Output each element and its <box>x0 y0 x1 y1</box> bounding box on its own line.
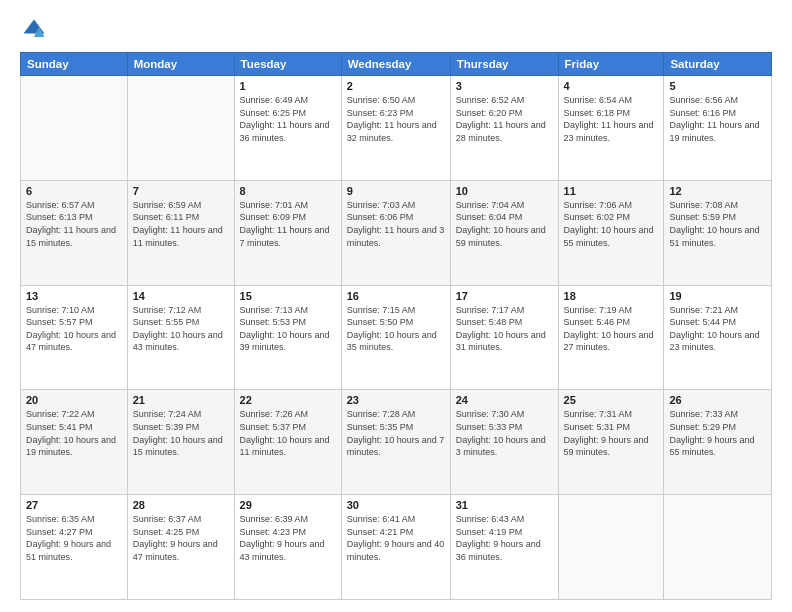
calendar-cell <box>127 76 234 181</box>
day-number: 23 <box>347 394 445 406</box>
calendar-cell: 13Sunrise: 7:10 AM Sunset: 5:57 PM Dayli… <box>21 285 128 390</box>
day-info: Sunrise: 7:15 AM Sunset: 5:50 PM Dayligh… <box>347 304 445 354</box>
day-number: 6 <box>26 185 122 197</box>
calendar-cell: 16Sunrise: 7:15 AM Sunset: 5:50 PM Dayli… <box>341 285 450 390</box>
week-row-4: 20Sunrise: 7:22 AM Sunset: 5:41 PM Dayli… <box>21 390 772 495</box>
calendar-cell: 29Sunrise: 6:39 AM Sunset: 4:23 PM Dayli… <box>234 495 341 600</box>
calendar-cell: 28Sunrise: 6:37 AM Sunset: 4:25 PM Dayli… <box>127 495 234 600</box>
calendar-cell: 10Sunrise: 7:04 AM Sunset: 6:04 PM Dayli… <box>450 180 558 285</box>
day-number: 1 <box>240 80 336 92</box>
day-number: 26 <box>669 394 766 406</box>
col-header-wednesday: Wednesday <box>341 53 450 76</box>
week-row-2: 6Sunrise: 6:57 AM Sunset: 6:13 PM Daylig… <box>21 180 772 285</box>
day-number: 16 <box>347 290 445 302</box>
day-info: Sunrise: 7:19 AM Sunset: 5:46 PM Dayligh… <box>564 304 659 354</box>
calendar-cell: 6Sunrise: 6:57 AM Sunset: 6:13 PM Daylig… <box>21 180 128 285</box>
day-info: Sunrise: 6:57 AM Sunset: 6:13 PM Dayligh… <box>26 199 122 249</box>
day-number: 18 <box>564 290 659 302</box>
calendar-cell: 12Sunrise: 7:08 AM Sunset: 5:59 PM Dayli… <box>664 180 772 285</box>
calendar-cell: 15Sunrise: 7:13 AM Sunset: 5:53 PM Dayli… <box>234 285 341 390</box>
day-number: 4 <box>564 80 659 92</box>
day-info: Sunrise: 7:12 AM Sunset: 5:55 PM Dayligh… <box>133 304 229 354</box>
day-number: 8 <box>240 185 336 197</box>
calendar-cell <box>664 495 772 600</box>
day-info: Sunrise: 7:21 AM Sunset: 5:44 PM Dayligh… <box>669 304 766 354</box>
calendar-cell: 23Sunrise: 7:28 AM Sunset: 5:35 PM Dayli… <box>341 390 450 495</box>
day-info: Sunrise: 7:17 AM Sunset: 5:48 PM Dayligh… <box>456 304 553 354</box>
day-info: Sunrise: 7:04 AM Sunset: 6:04 PM Dayligh… <box>456 199 553 249</box>
calendar-cell: 27Sunrise: 6:35 AM Sunset: 4:27 PM Dayli… <box>21 495 128 600</box>
day-info: Sunrise: 6:37 AM Sunset: 4:25 PM Dayligh… <box>133 513 229 563</box>
day-number: 2 <box>347 80 445 92</box>
day-info: Sunrise: 7:24 AM Sunset: 5:39 PM Dayligh… <box>133 408 229 458</box>
day-number: 29 <box>240 499 336 511</box>
calendar-cell: 8Sunrise: 7:01 AM Sunset: 6:09 PM Daylig… <box>234 180 341 285</box>
calendar-cell: 3Sunrise: 6:52 AM Sunset: 6:20 PM Daylig… <box>450 76 558 181</box>
day-number: 3 <box>456 80 553 92</box>
calendar-cell: 25Sunrise: 7:31 AM Sunset: 5:31 PM Dayli… <box>558 390 664 495</box>
week-row-3: 13Sunrise: 7:10 AM Sunset: 5:57 PM Dayli… <box>21 285 772 390</box>
day-number: 30 <box>347 499 445 511</box>
calendar-cell: 30Sunrise: 6:41 AM Sunset: 4:21 PM Dayli… <box>341 495 450 600</box>
logo-icon <box>20 16 48 44</box>
calendar-cell: 7Sunrise: 6:59 AM Sunset: 6:11 PM Daylig… <box>127 180 234 285</box>
day-info: Sunrise: 6:54 AM Sunset: 6:18 PM Dayligh… <box>564 94 659 144</box>
calendar-body: 1Sunrise: 6:49 AM Sunset: 6:25 PM Daylig… <box>21 76 772 600</box>
day-number: 31 <box>456 499 553 511</box>
calendar-cell: 20Sunrise: 7:22 AM Sunset: 5:41 PM Dayli… <box>21 390 128 495</box>
day-info: Sunrise: 7:22 AM Sunset: 5:41 PM Dayligh… <box>26 408 122 458</box>
day-info: Sunrise: 7:30 AM Sunset: 5:33 PM Dayligh… <box>456 408 553 458</box>
day-number: 28 <box>133 499 229 511</box>
day-number: 7 <box>133 185 229 197</box>
week-row-1: 1Sunrise: 6:49 AM Sunset: 6:25 PM Daylig… <box>21 76 772 181</box>
day-info: Sunrise: 6:59 AM Sunset: 6:11 PM Dayligh… <box>133 199 229 249</box>
day-info: Sunrise: 7:03 AM Sunset: 6:06 PM Dayligh… <box>347 199 445 249</box>
calendar-cell: 5Sunrise: 6:56 AM Sunset: 6:16 PM Daylig… <box>664 76 772 181</box>
col-header-monday: Monday <box>127 53 234 76</box>
week-row-5: 27Sunrise: 6:35 AM Sunset: 4:27 PM Dayli… <box>21 495 772 600</box>
calendar-cell: 31Sunrise: 6:43 AM Sunset: 4:19 PM Dayli… <box>450 495 558 600</box>
calendar-cell: 4Sunrise: 6:54 AM Sunset: 6:18 PM Daylig… <box>558 76 664 181</box>
calendar-cell: 2Sunrise: 6:50 AM Sunset: 6:23 PM Daylig… <box>341 76 450 181</box>
page: SundayMondayTuesdayWednesdayThursdayFrid… <box>0 0 792 612</box>
logo <box>20 16 52 44</box>
calendar-cell: 26Sunrise: 7:33 AM Sunset: 5:29 PM Dayli… <box>664 390 772 495</box>
calendar-cell: 19Sunrise: 7:21 AM Sunset: 5:44 PM Dayli… <box>664 285 772 390</box>
day-number: 27 <box>26 499 122 511</box>
day-info: Sunrise: 7:01 AM Sunset: 6:09 PM Dayligh… <box>240 199 336 249</box>
day-info: Sunrise: 7:33 AM Sunset: 5:29 PM Dayligh… <box>669 408 766 458</box>
col-header-friday: Friday <box>558 53 664 76</box>
day-info: Sunrise: 7:26 AM Sunset: 5:37 PM Dayligh… <box>240 408 336 458</box>
day-number: 9 <box>347 185 445 197</box>
day-info: Sunrise: 6:35 AM Sunset: 4:27 PM Dayligh… <box>26 513 122 563</box>
col-header-tuesday: Tuesday <box>234 53 341 76</box>
day-info: Sunrise: 6:43 AM Sunset: 4:19 PM Dayligh… <box>456 513 553 563</box>
calendar-cell: 24Sunrise: 7:30 AM Sunset: 5:33 PM Dayli… <box>450 390 558 495</box>
calendar-table: SundayMondayTuesdayWednesdayThursdayFrid… <box>20 52 772 600</box>
calendar-cell <box>558 495 664 600</box>
header <box>20 16 772 44</box>
day-number: 5 <box>669 80 766 92</box>
day-info: Sunrise: 7:08 AM Sunset: 5:59 PM Dayligh… <box>669 199 766 249</box>
day-info: Sunrise: 7:31 AM Sunset: 5:31 PM Dayligh… <box>564 408 659 458</box>
day-number: 25 <box>564 394 659 406</box>
col-header-thursday: Thursday <box>450 53 558 76</box>
day-number: 14 <box>133 290 229 302</box>
calendar-cell: 17Sunrise: 7:17 AM Sunset: 5:48 PM Dayli… <box>450 285 558 390</box>
calendar-cell: 18Sunrise: 7:19 AM Sunset: 5:46 PM Dayli… <box>558 285 664 390</box>
day-info: Sunrise: 6:50 AM Sunset: 6:23 PM Dayligh… <box>347 94 445 144</box>
day-info: Sunrise: 6:39 AM Sunset: 4:23 PM Dayligh… <box>240 513 336 563</box>
calendar-cell: 14Sunrise: 7:12 AM Sunset: 5:55 PM Dayli… <box>127 285 234 390</box>
col-header-sunday: Sunday <box>21 53 128 76</box>
day-number: 12 <box>669 185 766 197</box>
column-headers-row: SundayMondayTuesdayWednesdayThursdayFrid… <box>21 53 772 76</box>
day-info: Sunrise: 7:28 AM Sunset: 5:35 PM Dayligh… <box>347 408 445 458</box>
day-number: 20 <box>26 394 122 406</box>
calendar-cell: 21Sunrise: 7:24 AM Sunset: 5:39 PM Dayli… <box>127 390 234 495</box>
day-number: 19 <box>669 290 766 302</box>
day-number: 22 <box>240 394 336 406</box>
day-number: 15 <box>240 290 336 302</box>
day-number: 10 <box>456 185 553 197</box>
calendar-cell: 11Sunrise: 7:06 AM Sunset: 6:02 PM Dayli… <box>558 180 664 285</box>
day-number: 11 <box>564 185 659 197</box>
